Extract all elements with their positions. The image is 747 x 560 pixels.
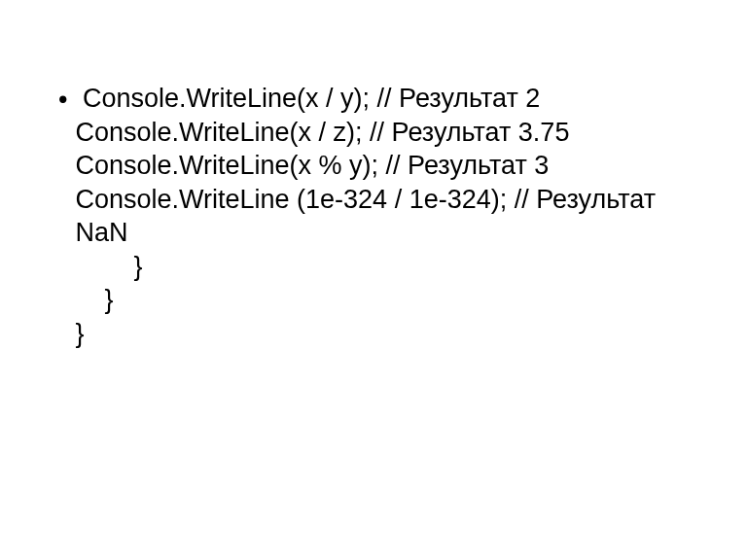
slide: • Console.WriteLine(x / y); // Результат…: [0, 0, 747, 560]
code-line: }: [75, 283, 689, 317]
bullet-marker: •: [58, 83, 67, 117]
code-line: }: [75, 250, 689, 284]
bullet-content: Console.WriteLine(x / y); // Результат 2…: [75, 82, 689, 350]
code-line: Console.WriteLine(x / y); // Результат 2: [75, 82, 689, 116]
code-line: Console.WriteLine(x / z); // Результат 3…: [75, 116, 689, 150]
code-line: }: [75, 317, 689, 351]
code-line: Console.WriteLine(x % y); // Результат 3: [75, 149, 689, 183]
bullet-item: • Console.WriteLine(x / y); // Результат…: [58, 82, 689, 350]
code-line: Console.WriteLine (1e-324 / 1e-324); // …: [75, 183, 689, 250]
